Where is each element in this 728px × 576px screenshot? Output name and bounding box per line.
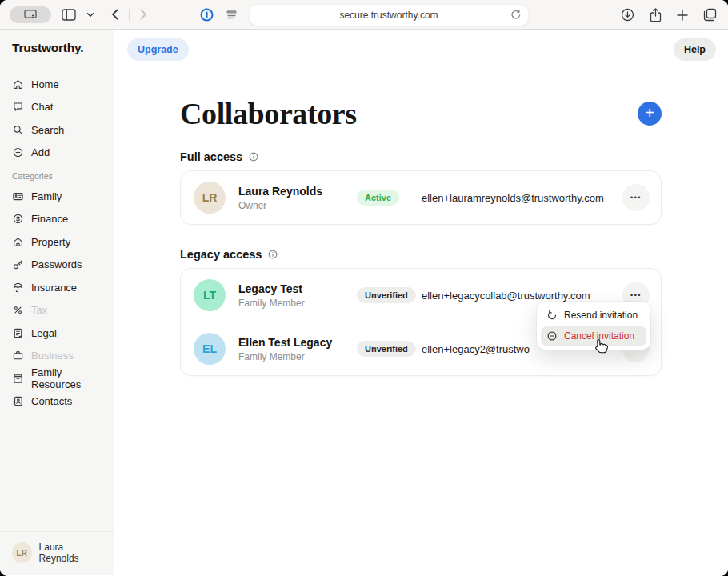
archive-icon (12, 373, 24, 385)
status-badge: Unverified (357, 341, 416, 357)
sidebar-item-label: Contacts (31, 395, 72, 407)
collaborator-role: Owner (238, 200, 357, 211)
tab-overview-icon[interactable] (703, 8, 717, 22)
url-text: secure.trustworthy.com (339, 10, 438, 21)
row-context-menu: Resend invitation Cancel invitation (537, 302, 650, 350)
sidebar-item-label: Tax (31, 304, 47, 316)
chevron-down-icon[interactable] (86, 12, 94, 18)
section-legacy-access: Legacy access (180, 248, 662, 261)
trustworthy-logo: Trustworthy. (0, 41, 114, 55)
categories-label: Categories (0, 164, 114, 185)
sidebar-item-insurance[interactable]: Insurance (0, 276, 114, 299)
umbrella-icon (12, 282, 24, 294)
help-button[interactable]: Help (674, 38, 716, 61)
sidebar-item-label: Family (31, 190, 62, 202)
info-icon[interactable] (267, 249, 278, 260)
address-bar[interactable]: secure.trustworthy.com (250, 5, 528, 26)
sidebar-item-add[interactable]: Add (0, 142, 114, 165)
sidebar-item-label: Search (31, 124, 64, 136)
collaborator-name: Ellen Test Legacy (238, 336, 357, 349)
id-card-icon (12, 190, 24, 202)
sidebar-item-label: Legal (31, 327, 57, 339)
sidebar-item-label: Property (31, 236, 70, 248)
new-tab-icon[interactable] (677, 10, 688, 21)
sidebar-item-search[interactable]: Search (0, 118, 114, 142)
section-label: Full access (180, 150, 242, 163)
sidebar-item-tax[interactable]: Tax (0, 299, 114, 322)
avatar: LR (194, 182, 226, 214)
row-menu-button[interactable]: ••• (622, 184, 650, 211)
screen-share-icon (24, 10, 37, 19)
sidebar-item-family[interactable]: Family (0, 185, 114, 208)
page-header: Upgrade Help (114, 30, 728, 70)
browser-window: secure.trustworthy.com Trustw (0, 0, 728, 576)
key-icon (12, 258, 24, 270)
search-icon (12, 124, 24, 136)
toolbar-divider (129, 9, 130, 21)
user-avatar: LR (12, 542, 32, 563)
info-icon[interactable] (248, 151, 259, 162)
sidebar-item-label: Home (31, 78, 59, 90)
home-icon (12, 78, 24, 90)
sidebar-item-label: Passwords (31, 258, 82, 270)
status-badge: Unverified (357, 287, 416, 303)
sidebar-item-label: Insurance (31, 282, 77, 294)
back-button-icon[interactable] (111, 9, 118, 20)
upgrade-button[interactable]: Upgrade (127, 38, 189, 61)
collaborator-name: Legacy Test (238, 282, 357, 295)
menu-item-label: Resend invitation (564, 310, 638, 321)
sidebar-item-contacts[interactable]: Contacts (0, 390, 114, 414)
reader-extension-icon[interactable] (226, 10, 238, 20)
sidebar-item-property[interactable]: Property (0, 230, 114, 254)
house-icon (12, 236, 24, 248)
sidebar-item-label: Family Resources (31, 366, 102, 390)
sidebar-item-chat[interactable]: Chat (0, 96, 114, 119)
document-icon (12, 327, 24, 339)
screen-sharing-indicator[interactable] (10, 6, 51, 23)
menu-item-label: Cancel invitation (564, 330, 634, 342)
resend-icon (546, 310, 558, 321)
dollar-icon (12, 213, 24, 225)
password-manager-extension-icon[interactable] (200, 8, 214, 22)
reload-icon[interactable] (511, 10, 521, 20)
downloads-icon[interactable] (621, 8, 634, 22)
menu-item-resend-invitation[interactable]: Resend invitation (541, 306, 646, 325)
collaborator-role: Family Member (238, 298, 357, 309)
sidebar-item-label: Chat (31, 101, 53, 113)
cancel-icon (546, 330, 558, 342)
sidebar-item-home[interactable]: Home (0, 73, 114, 96)
user-name: Laura Reynolds (39, 542, 102, 564)
sidebar-item-label: Business (31, 350, 74, 362)
add-collaborator-button[interactable]: + (638, 102, 662, 126)
sidebar-toggle-icon[interactable] (62, 9, 76, 21)
section-label: Legacy access (180, 248, 262, 261)
full-access-card: LR Laura Reynolds Owner Active ellen+lau… (180, 170, 662, 225)
sidebar-user[interactable]: LR Laura Reynolds (0, 531, 114, 575)
collaborator-role: Family Member (238, 351, 357, 362)
avatar: EL (194, 333, 226, 365)
contacts-icon (12, 395, 24, 407)
chat-icon (12, 101, 24, 113)
browser-toolbar: secure.trustworthy.com (0, 0, 728, 30)
status-badge: Active (357, 190, 399, 206)
forward-button-icon[interactable] (140, 9, 147, 20)
avatar: LT (194, 279, 226, 311)
sidebar-item-label: Add (31, 146, 50, 158)
add-icon (12, 146, 24, 158)
briefcase-icon (12, 350, 24, 362)
app-sidebar: Trustworthy. Home Chat Search Add Catego… (0, 30, 114, 575)
collaborator-email: ellen+lauramreynolds@trustworthy.com (422, 192, 622, 204)
share-icon[interactable] (650, 8, 662, 22)
collaborator-email: ellen+legacycollab@trustworthy.com (422, 290, 622, 302)
sidebar-item-finance[interactable]: Finance (0, 208, 114, 231)
collaborator-row: LR Laura Reynolds Owner Active ellen+lau… (181, 171, 661, 224)
section-full-access: Full access (180, 150, 662, 163)
sidebar-item-passwords[interactable]: Passwords (0, 254, 114, 277)
collaborator-name: Laura Reynolds (238, 185, 357, 198)
sidebar-item-business[interactable]: Business (0, 345, 114, 368)
sidebar-item-legal[interactable]: Legal (0, 322, 114, 345)
menu-item-cancel-invitation[interactable]: Cancel invitation (541, 326, 646, 346)
sidebar-item-family-resources[interactable]: Family Resources (0, 367, 114, 390)
page-title: Collaborators (180, 96, 357, 131)
percent-icon (12, 304, 24, 316)
